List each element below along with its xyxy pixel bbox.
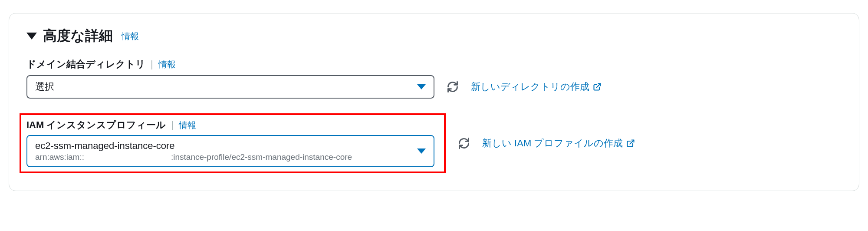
create-iam-profile-link[interactable]: 新しい IAM プロファイルの作成: [482, 137, 635, 150]
svg-line-1: [630, 140, 634, 144]
domain-join-field: ドメイン結合ディレクトリ | 情報 選択 新しいディレクトリの作成: [26, 58, 842, 99]
domain-join-label-row: ドメイン結合ディレクトリ | 情報: [26, 58, 842, 71]
refresh-icon[interactable]: [447, 81, 459, 93]
refresh-icon[interactable]: [458, 137, 470, 149]
label-divider: |: [171, 119, 174, 131]
external-link-icon: [593, 82, 602, 91]
domain-join-info-link[interactable]: 情報: [158, 59, 176, 70]
domain-join-select[interactable]: 選択: [26, 75, 434, 99]
advanced-details-panel: 高度な詳細 情報 ドメイン結合ディレクトリ | 情報 選択 新しいディレクトリの: [9, 13, 859, 191]
iam-profile-label-row: IAM インスタンスプロフィール | 情報: [26, 119, 439, 132]
domain-join-row: 選択 新しいディレクトリの作成: [26, 75, 842, 99]
domain-join-select-value: 選択: [35, 80, 54, 93]
svg-line-0: [596, 84, 600, 88]
create-directory-link-text: 新しいディレクトリの作成: [471, 80, 589, 93]
domain-join-label: ドメイン結合ディレクトリ: [26, 58, 145, 71]
iam-profile-select[interactable]: ec2-ssm-managed-instance-core arn:aws:ia…: [26, 135, 434, 167]
external-link-icon: [626, 139, 635, 148]
iam-profile-select-value: ec2-ssm-managed-instance-core: [35, 140, 352, 152]
create-directory-link[interactable]: 新しいディレクトリの作成: [471, 80, 602, 93]
section-title: 高度な詳細: [43, 26, 113, 46]
section-header: 高度な詳細 情報: [26, 26, 842, 46]
iam-profile-arn-redacted: [84, 153, 171, 162]
chevron-down-icon: [417, 148, 426, 154]
chevron-down-icon: [417, 84, 426, 89]
iam-profile-info-link[interactable]: 情報: [179, 119, 196, 131]
iam-profile-row-outer: IAM インスタンスプロフィール | 情報 ec2-ssm-managed-in…: [26, 113, 842, 173]
create-iam-profile-link-text: 新しい IAM プロファイルの作成: [482, 137, 623, 150]
iam-profile-highlight: IAM インスタンスプロフィール | 情報 ec2-ssm-managed-in…: [20, 113, 446, 173]
section-info-link[interactable]: 情報: [122, 30, 139, 42]
iam-profile-arn: arn:aws:iam:::instance-profile/ec2-ssm-m…: [35, 152, 352, 162]
caret-down-icon[interactable]: [26, 33, 37, 40]
iam-profile-arn-suffix: :instance-profile/ec2-ssm-managed-instan…: [171, 152, 352, 162]
iam-profile-arn-prefix: arn:aws:iam::: [35, 152, 84, 162]
label-divider: |: [151, 59, 153, 70]
iam-profile-label: IAM インスタンスプロフィール: [26, 119, 166, 132]
